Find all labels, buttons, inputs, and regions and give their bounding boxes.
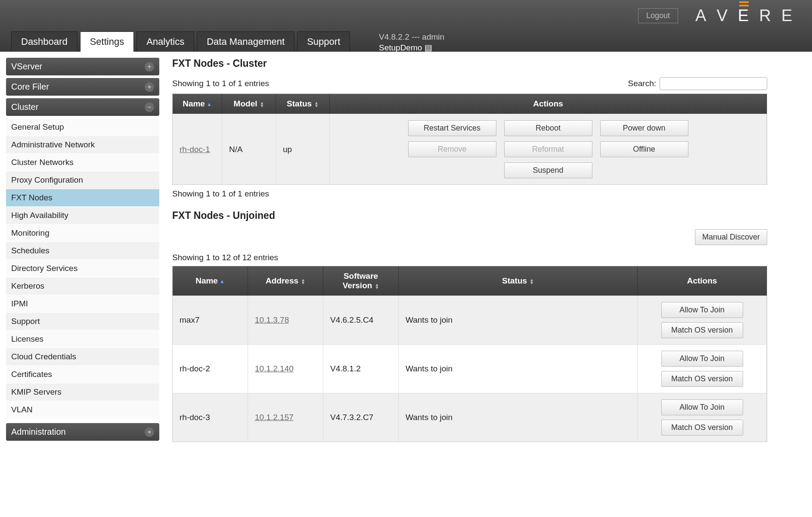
sidebar-item-high-availability[interactable]: High Availability — [6, 207, 159, 224]
col-name[interactable]: Name▲ — [173, 94, 222, 114]
version-text: V4.8.2.2 --- admin — [379, 32, 444, 43]
brand-logo: A V E R E — [695, 6, 800, 25]
node-address-link[interactable]: 10.1.2.140 — [255, 364, 294, 373]
tab-dashboard[interactable]: Dashboard — [11, 31, 77, 52]
table-row: rh-doc-1 N/A up Restart Services Reboot … — [173, 114, 767, 184]
plus-icon: + — [145, 82, 154, 92]
sidebar-item-certificates[interactable]: Certificates — [6, 366, 159, 383]
sidebar-item-monitoring[interactable]: Monitoring — [6, 224, 159, 242]
tab-data-management[interactable]: Data Management — [197, 31, 294, 52]
reformat-button[interactable]: Reformat — [504, 141, 592, 157]
section-heading-unjoined: FXT Nodes - Unjoined — [172, 210, 767, 221]
sidebar-section-cluster[interactable]: Cluster− — [6, 98, 159, 116]
content-area: FXT Nodes - Cluster Showing 1 to 1 of 1 … — [172, 58, 806, 443]
node-version: V4.8.1.2 — [323, 344, 399, 393]
node-name: rh-doc-2 — [173, 344, 248, 393]
sidebar-section-label: Cluster — [11, 102, 38, 112]
table-row: max710.1.3.78V4.6.2.5.C4Wants to joinAll… — [173, 296, 767, 344]
sidebar-item-fxt-nodes[interactable]: FXT Nodes — [6, 189, 159, 207]
entries-info-bottom: Showing 1 to 1 of 1 entries — [172, 189, 269, 199]
sidebar-item-directory-services[interactable]: Directory Services — [6, 260, 159, 277]
cluster-nodes-table: Name▲ Model▲▼ Status▲▼ Actions rh-doc-1 … — [172, 93, 767, 185]
table-row: rh-doc-210.1.2.140V4.8.1.2Wants to joinA… — [173, 344, 767, 393]
sidebar-item-vlan[interactable]: VLAN — [6, 401, 159, 419]
col-status[interactable]: Status▲▼ — [399, 266, 638, 296]
col-address[interactable]: Address▲▼ — [248, 266, 323, 296]
node-name: max7 — [173, 296, 248, 344]
section-heading-cluster: FXT Nodes - Cluster — [172, 58, 767, 69]
plus-icon: + — [145, 427, 154, 437]
allow-to-join-button[interactable]: Allow To Join — [661, 302, 743, 318]
allow-to-join-button[interactable]: Allow To Join — [661, 351, 743, 367]
match-os-button[interactable]: Match OS version — [661, 371, 743, 387]
node-name-link[interactable]: rh-doc-1 — [180, 145, 210, 154]
search-label: Search: — [628, 79, 656, 88]
tab-support[interactable]: Support — [297, 31, 350, 52]
match-os-button[interactable]: Match OS version — [661, 420, 743, 436]
sidebar-item-kmip-servers[interactable]: KMIP Servers — [6, 383, 159, 401]
sidebar-item-administrative-network[interactable]: Administrative Network — [6, 136, 159, 154]
node-status: Wants to join — [399, 344, 638, 393]
cluster-name: SetupDemo — [379, 43, 422, 52]
sidebar-section-vserver[interactable]: VServer+ — [6, 58, 159, 75]
sidebar: VServer+Core Filer+Cluster−General Setup… — [6, 58, 159, 443]
node-status: up — [276, 114, 330, 184]
sort-icon: ▲▼ — [260, 101, 264, 107]
sidebar-section-label: Core Filer — [11, 82, 49, 92]
power-down-button[interactable]: Power down — [600, 120, 688, 136]
sidebar-item-cloud-credentials[interactable]: Cloud Credentials — [6, 348, 159, 366]
node-name: rh-doc-3 — [173, 393, 248, 442]
entries-info-unjoined: Showing 1 to 12 of 12 entries — [172, 253, 278, 262]
node-version: V4.7.3.2.C7 — [323, 393, 399, 442]
sidebar-item-cluster-networks[interactable]: Cluster Networks — [6, 154, 159, 171]
sidebar-item-licenses[interactable]: Licenses — [6, 330, 159, 348]
sidebar-item-support[interactable]: Support — [6, 313, 159, 330]
col-actions: Actions — [330, 94, 767, 114]
minus-icon: − — [145, 103, 154, 112]
col-version[interactable]: Software Version▲▼ — [323, 266, 399, 296]
tab-settings[interactable]: Settings — [80, 31, 134, 52]
sidebar-section-core-filer[interactable]: Core Filer+ — [6, 78, 159, 96]
table-row: rh-doc-310.1.2.157V4.7.3.2.C7Wants to jo… — [173, 393, 767, 442]
sort-icon: ▲▼ — [530, 278, 534, 284]
node-address-link[interactable]: 10.1.3.78 — [255, 315, 289, 324]
sort-icon: ▲▼ — [375, 283, 379, 289]
reboot-button[interactable]: Reboot — [504, 120, 592, 136]
sidebar-section-label: Administration — [11, 427, 66, 437]
node-status: Wants to join — [399, 296, 638, 344]
node-address-link[interactable]: 10.1.2.157 — [255, 413, 294, 422]
col-status[interactable]: Status▲▼ — [276, 94, 330, 114]
manual-discover-button[interactable]: Manual Discover — [695, 229, 767, 245]
sidebar-item-schedules[interactable]: Schedules — [6, 242, 159, 260]
node-model: N/A — [222, 114, 276, 184]
suspend-button[interactable]: Suspend — [504, 162, 592, 178]
node-version: V4.6.2.5.C4 — [323, 296, 399, 344]
restart-services-button[interactable]: Restart Services — [408, 120, 496, 136]
plus-icon: + — [145, 62, 154, 72]
dropdown-icon[interactable]: ▤ — [425, 43, 432, 52]
sort-asc-icon: ▲ — [220, 278, 225, 284]
col-model[interactable]: Model▲▼ — [222, 94, 276, 114]
unjoined-nodes-table: Name▲ Address▲▼ Software Version▲▼ Statu… — [172, 266, 767, 442]
tab-analytics[interactable]: Analytics — [136, 31, 194, 52]
offline-button[interactable]: Offline — [600, 141, 688, 157]
search-input[interactable] — [660, 77, 767, 90]
sidebar-item-general-setup[interactable]: General Setup — [6, 118, 159, 136]
allow-to-join-button[interactable]: Allow To Join — [661, 399, 743, 415]
primary-tabs: DashboardSettingsAnalyticsData Managemen… — [11, 31, 350, 52]
app-header: Logout A V E R E V4.8.2.2 --- admin Setu… — [0, 0, 812, 52]
sort-icon: ▲▼ — [314, 101, 319, 107]
sidebar-section-administration[interactable]: Administration+ — [6, 423, 159, 441]
col-actions: Actions — [638, 266, 767, 296]
remove-button[interactable]: Remove — [408, 141, 496, 157]
sidebar-item-ipmi[interactable]: IPMI — [6, 295, 159, 313]
sort-icon: ▲▼ — [301, 278, 305, 284]
sidebar-item-proxy-configuration[interactable]: Proxy Configuration — [6, 171, 159, 189]
match-os-button[interactable]: Match OS version — [661, 322, 743, 338]
col-name[interactable]: Name▲ — [173, 266, 248, 296]
sidebar-item-kerberos[interactable]: Kerberos — [6, 277, 159, 295]
entries-info-top: Showing 1 to 1 of 1 entries — [172, 79, 269, 88]
logout-button[interactable]: Logout — [638, 8, 678, 23]
sidebar-section-label: VServer — [11, 62, 42, 72]
header-meta: V4.8.2.2 --- admin SetupDemo ▤ — [379, 32, 444, 53]
